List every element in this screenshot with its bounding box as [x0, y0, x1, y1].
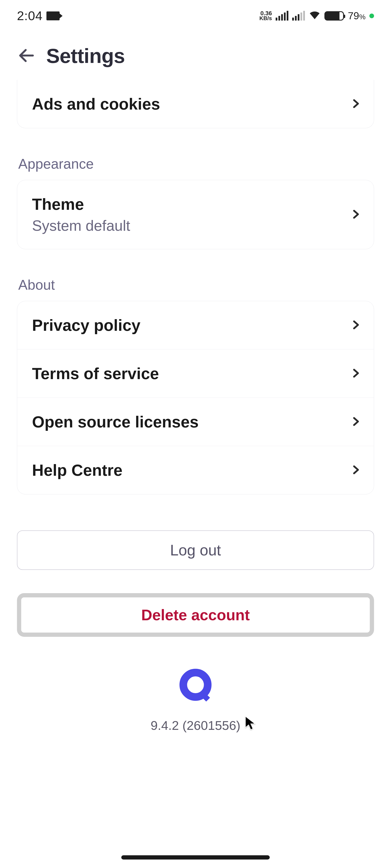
- row-help-label: Help Centre: [32, 461, 123, 479]
- row-privacy-label: Privacy policy: [32, 316, 140, 334]
- chevron-right-icon: [351, 209, 361, 220]
- signal-strength-icon-2: [292, 11, 305, 21]
- logout-button[interactable]: Log out: [17, 530, 374, 570]
- row-ads-cookies-label: Ads and cookies: [32, 95, 160, 113]
- row-terms-of-service[interactable]: Terms of service: [17, 349, 374, 398]
- status-left: 2:04: [17, 8, 60, 23]
- battery-percent-suffix: %: [359, 13, 366, 21]
- battery-percent-value: 79: [348, 10, 359, 22]
- app-version: 9.4.2 (2601556): [151, 718, 240, 733]
- wifi-icon: [309, 8, 321, 23]
- chevron-right-icon: [351, 465, 361, 476]
- row-ads-cookies[interactable]: Ads and cookies: [17, 80, 374, 128]
- privacy-indicator-dot: [369, 13, 374, 18]
- chevron-right-icon: [351, 368, 361, 379]
- status-time: 2:04: [17, 8, 42, 23]
- chevron-right-icon: [351, 98, 361, 110]
- section-appearance: Appearance: [18, 156, 374, 172]
- app-header: Settings: [0, 27, 391, 80]
- network-speed-unit: KB/s: [259, 16, 272, 21]
- row-theme-value: System default: [32, 217, 130, 234]
- signal-strength-icon-1: [276, 11, 289, 21]
- battery-icon: [324, 11, 344, 21]
- delete-account-highlight: Delete account: [17, 593, 374, 637]
- content: Ads and cookies Appearance Theme System …: [0, 80, 391, 733]
- battery-percent: 79%: [348, 10, 366, 22]
- back-arrow-icon[interactable]: [17, 46, 36, 66]
- delete-account-button[interactable]: Delete account: [21, 597, 370, 632]
- card-appearance: Theme System default: [17, 180, 374, 249]
- chevron-right-icon: [351, 319, 361, 331]
- row-open-source-licenses[interactable]: Open source licenses: [17, 398, 374, 446]
- footer: 9.4.2 (2601556): [17, 666, 374, 733]
- home-indicator[interactable]: [121, 855, 270, 860]
- row-terms-label: Terms of service: [32, 364, 159, 383]
- chevron-right-icon: [351, 416, 361, 428]
- app-logo-icon: [176, 666, 215, 706]
- row-theme[interactable]: Theme System default: [17, 180, 374, 249]
- card-ads-cookies: Ads and cookies: [17, 80, 374, 128]
- status-right: 0.36 KB/s 79%: [259, 8, 374, 23]
- network-speed: 0.36 KB/s: [259, 10, 272, 21]
- row-help-centre[interactable]: Help Centre: [17, 446, 374, 494]
- page-title: Settings: [46, 44, 125, 68]
- row-theme-label: Theme: [32, 195, 130, 213]
- row-privacy-policy[interactable]: Privacy policy: [17, 301, 374, 349]
- card-about: Privacy policy Terms of service Open sou…: [17, 301, 374, 494]
- row-licenses-label: Open source licenses: [32, 412, 199, 431]
- status-bar: 2:04 0.36 KB/s 79%: [0, 0, 391, 27]
- section-about: About: [18, 277, 374, 293]
- battery-fill: [325, 12, 339, 20]
- video-recording-icon: [47, 11, 60, 20]
